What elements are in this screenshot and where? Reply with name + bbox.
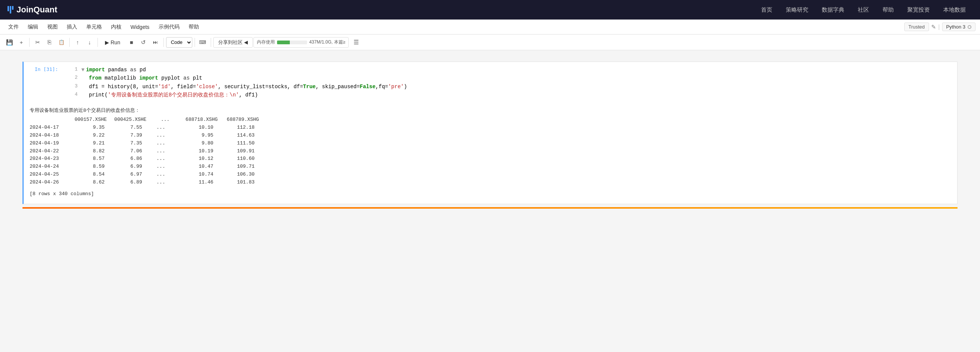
run-label: Run	[111, 39, 120, 45]
run-triangle-icon: ▶	[105, 39, 109, 45]
code-text-pandas: pandas	[105, 66, 130, 74]
menu-cell[interactable]: 单元格	[83, 22, 106, 32]
output-summary: [8 rows x 340 columns]	[30, 190, 951, 198]
col-header-5: 688789.XSHG	[221, 116, 259, 124]
row-date: 2024-04-26	[30, 179, 75, 187]
logo[interactable]: JoinQuant	[8, 5, 57, 14]
code-text-matplotlib: matplotlib	[102, 74, 140, 82]
kw-false: False	[360, 83, 375, 91]
table-row: 2024-04-19 9.21 7.35 ... 9.80 111.50	[30, 139, 951, 147]
nav-invest[interactable]: 聚宽投资	[900, 0, 937, 19]
code-cell: In [31]: 1 ▼ import pandas as pd 2	[22, 62, 958, 204]
row-dots: ...	[150, 163, 172, 171]
memory-indicator: 内存使用 437M/1.0G, 本篇≥	[253, 37, 349, 48]
line-num-2: 2	[67, 74, 78, 82]
row-v1: 8.54	[75, 171, 112, 179]
kw-true: True	[303, 83, 316, 91]
menu-view[interactable]: 视图	[43, 22, 62, 32]
code-area[interactable]: 1 ▼ import pandas as pd 2 from matplotli…	[67, 66, 951, 99]
restart-button[interactable]: ↺	[138, 37, 149, 48]
col-header-2: 000425.XSHE	[115, 116, 154, 124]
cell-type-select[interactable]: Code	[166, 37, 192, 48]
cell-output: 专用设备制造业股票的近8个交易日的收盘价信息： 000157.XSHE 0004…	[24, 103, 957, 204]
move-down-button[interactable]: ↓	[84, 37, 95, 48]
row-v1: 8.59	[75, 163, 112, 171]
code-print-close: , df1)	[239, 91, 258, 99]
kw-import-2: import	[139, 74, 158, 82]
restart-run-button[interactable]: ⏭	[150, 37, 161, 48]
cell-input-row: In [31]: 1 ▼ import pandas as pd 2	[24, 62, 957, 103]
cell-code-content[interactable]: 1 ▼ import pandas as pd 2 from matplotli…	[61, 62, 957, 103]
row-v4: 10.74	[172, 171, 217, 179]
menu-insert[interactable]: 插入	[63, 22, 81, 32]
row-v1: 8.82	[75, 147, 112, 155]
paste-button[interactable]: 📋	[56, 37, 67, 48]
copy-button[interactable]: ⎘	[44, 37, 55, 48]
separator-5	[194, 38, 195, 47]
table-row: 2024-04-23 8.57 6.86 ... 10.12 110.60	[30, 155, 951, 163]
edit-pencil-icon[interactable]: ✎	[931, 24, 936, 30]
nav-data[interactable]: 数据字典	[815, 0, 851, 19]
table-header-row: 000157.XSHE 000425.XSHE ... 688718.XSHG …	[75, 116, 951, 124]
run-button[interactable]: ▶ Run	[100, 38, 125, 47]
row-dots: ...	[150, 147, 172, 155]
save-button[interactable]: 💾	[4, 37, 15, 48]
row-date: 2024-04-25	[30, 171, 75, 179]
nav-strategy[interactable]: 策略研究	[779, 0, 815, 19]
code-field: , field=	[170, 83, 196, 91]
menu-edit[interactable]: 编辑	[24, 22, 42, 32]
code-line-3: 3 df1 = history(8, unit= '1d' , field= '…	[67, 83, 951, 91]
separator-3	[97, 38, 98, 47]
menu-file[interactable]: 文件	[5, 22, 22, 32]
code-df1-assign: df1 = history(8, unit=	[89, 83, 158, 91]
str-pre: 'pre'	[388, 83, 404, 91]
code-security-list: , security_list=stocks, df=	[218, 83, 303, 91]
menu-help[interactable]: 帮助	[185, 22, 203, 32]
nav-home[interactable]: 首页	[754, 0, 779, 19]
col-header-dots: ...	[154, 116, 177, 124]
add-cell-button[interactable]: +	[16, 37, 27, 48]
code-line-4: 4 print( '专用设备制造业股票的近8个交易日的收盘价信息：\n' , d…	[67, 91, 951, 99]
row-date: 2024-04-19	[30, 139, 75, 147]
row-dots: ...	[150, 139, 172, 147]
logo-icon	[8, 6, 13, 13]
row-v1: 9.22	[75, 132, 112, 139]
hamburger-menu-button[interactable]: ☰	[351, 37, 361, 48]
row-date: 2024-04-23	[30, 155, 75, 163]
nav-help[interactable]: 帮助	[876, 0, 900, 19]
kw-as-1: as	[130, 66, 137, 74]
kernel-status-dot	[967, 25, 971, 29]
nav-community[interactable]: 社区	[851, 0, 876, 19]
row-v5: 109.91	[217, 147, 255, 155]
memory-label: 内存使用	[257, 39, 275, 45]
code-text-plt: plt	[190, 74, 202, 82]
code-skip-paused: , skip_paused=	[316, 83, 360, 91]
code-text-pyplot: pyplot	[158, 74, 183, 82]
code-fq: ,fq=	[375, 83, 388, 91]
menu-kernel[interactable]: 内核	[107, 22, 125, 32]
col-header-1: 000157.XSHE	[75, 116, 115, 124]
menubar-right: Trusted ✎ | Python 3	[904, 22, 975, 31]
share-button[interactable]: 分享到社区 ◀	[213, 37, 253, 48]
output-table: 000157.XSHE 000425.XSHE ... 688718.XSHG …	[30, 116, 951, 198]
code-line-2: 2 from matplotlib import pyplot as plt	[67, 74, 951, 82]
stop-button[interactable]: ■	[126, 37, 137, 48]
move-up-button[interactable]: ↑	[72, 37, 83, 48]
row-dots: ...	[150, 155, 172, 163]
keyboard-button[interactable]: ⌨	[197, 37, 208, 48]
row-v4: 9.80	[172, 139, 217, 147]
row-v2: 6.99	[112, 163, 150, 171]
cut-button[interactable]: ✂	[32, 37, 43, 48]
notebook-content: In [31]: 1 ▼ import pandas as pd 2	[0, 50, 980, 352]
table-row: 2024-04-18 9.22 7.39 ... 9.95 114.63	[30, 132, 951, 139]
row-v2: 7.39	[112, 132, 150, 139]
str-1d: '1d'	[158, 83, 171, 91]
cell-label: In [31]:	[24, 62, 61, 103]
code-close-paren: )	[404, 83, 407, 91]
menu-examples[interactable]: 示例代码	[155, 22, 183, 32]
nav-local-data[interactable]: 本地数据	[937, 0, 972, 19]
menu-widgets[interactable]: Widgets	[127, 22, 153, 32]
trusted-badge[interactable]: Trusted	[904, 22, 929, 31]
row-dots: ...	[150, 124, 172, 132]
fold-icon[interactable]: ▼	[81, 66, 84, 74]
